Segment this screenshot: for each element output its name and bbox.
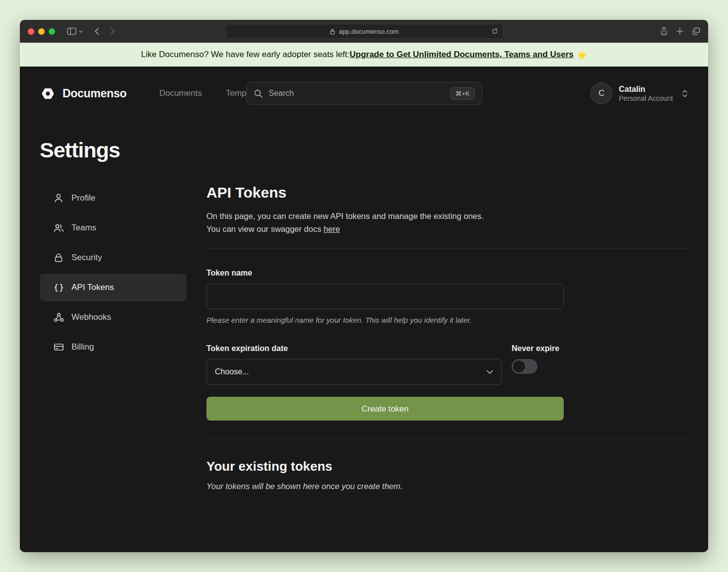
user-name: Catalin [619, 84, 673, 95]
refresh-icon[interactable] [491, 27, 498, 35]
brand[interactable]: Documenso [40, 85, 127, 102]
ssl-lock-icon [330, 28, 335, 35]
browser-window: app.documenso.com Like Documenso? We hav… [20, 20, 708, 552]
sidebar-item-label: Webhooks [71, 312, 111, 322]
sidebar-item-label: Billing [71, 342, 94, 352]
new-tab-icon[interactable] [676, 27, 684, 35]
search-placeholder: Search [269, 89, 294, 98]
divider [206, 248, 688, 249]
create-token-button[interactable]: Create token [206, 397, 564, 421]
sidebar-item-profile[interactable]: Profile [40, 184, 187, 212]
zoom-window-button[interactable] [49, 28, 55, 35]
never-expire-label: Never expire [512, 344, 564, 353]
sidebar-item-label: Profile [71, 193, 95, 203]
search-shortcut-badge: ⌘+K [450, 87, 474, 100]
token-name-label: Token name [206, 269, 564, 278]
forward-button[interactable] [110, 27, 116, 35]
users-icon [53, 223, 64, 233]
sidebar-item-label: Teams [71, 223, 96, 233]
sidebar-item-webhooks[interactable]: Webhooks [40, 303, 187, 331]
search-bar[interactable]: Search ⌘+K [246, 82, 482, 105]
toggle-knob [513, 360, 525, 372]
user-icon [53, 193, 64, 203]
search-icon [254, 89, 263, 98]
app-header: Documenso Documents Templates Search ⌘+K… [40, 80, 688, 106]
api-tokens-section: API Tokens On this page, you can create … [206, 184, 688, 491]
tab-overview-icon[interactable] [692, 27, 700, 35]
share-icon[interactable] [660, 27, 668, 36]
chevron-down-icon [486, 370, 493, 374]
section-title: API Tokens [206, 184, 688, 201]
avatar: C [591, 82, 612, 104]
braces-icon [53, 283, 64, 292]
documenso-logo-icon [40, 85, 56, 102]
minimize-window-button[interactable] [38, 28, 45, 35]
page-title: Settings [40, 138, 688, 162]
sidebar-item-label: Security [71, 253, 102, 263]
url-text: app.documenso.com [339, 28, 399, 35]
divider [206, 438, 688, 439]
token-name-input[interactable] [206, 284, 564, 309]
browser-titlebar: app.documenso.com [20, 20, 708, 43]
expiration-label: Token expiration date [206, 344, 502, 353]
app-content: Documenso Documents Templates Search ⌘+K… [20, 67, 708, 552]
promo-banner: Like Documenso? We have few early adopte… [20, 43, 708, 67]
sidebar-item-label: API Tokens [71, 283, 114, 292]
sidebar-toggle-icon[interactable] [67, 27, 83, 35]
close-window-button[interactable] [28, 28, 34, 35]
section-description: On this page, you can create new API tok… [206, 210, 688, 235]
account-type: Personal Account [619, 94, 673, 102]
webhook-icon [53, 312, 64, 322]
nav-documents[interactable]: Documents [159, 88, 202, 98]
back-button[interactable] [94, 27, 99, 35]
sidebar-item-security[interactable]: Security [40, 244, 187, 272]
sidebar-item-api-tokens[interactable]: API Tokens [40, 274, 187, 301]
existing-tokens-empty-text: Your tokens will be shown here once you … [206, 482, 688, 491]
expiration-select[interactable]: Choose... [206, 359, 502, 385]
credit-card-icon [53, 342, 64, 352]
token-name-hint: Please enter a meaningful name for your … [206, 316, 564, 324]
brand-name: Documenso [63, 87, 127, 100]
account-menu[interactable]: C Catalin Personal Account [591, 82, 688, 104]
sidebar-item-teams[interactable]: Teams [40, 214, 187, 242]
star-emoji-icon: ⭐ [577, 50, 587, 60]
sidebar-item-billing[interactable]: Billing [40, 333, 187, 361]
promo-text: Like Documenso? We have few early adopte… [141, 50, 349, 60]
swagger-docs-link[interactable]: here [324, 224, 340, 233]
chevrons-up-down-icon [681, 89, 688, 98]
never-expire-toggle[interactable] [512, 359, 537, 374]
expiration-selected-value: Choose... [215, 367, 249, 376]
settings-sidebar: Profile Teams Security [40, 184, 187, 491]
existing-tokens-title: Your existing tokens [206, 459, 688, 474]
address-bar[interactable]: app.documenso.com [225, 24, 503, 39]
upgrade-link[interactable]: Upgrade to Get Unlimited Documents, Team… [349, 50, 573, 60]
window-controls [28, 28, 55, 35]
lock-icon [53, 253, 64, 263]
